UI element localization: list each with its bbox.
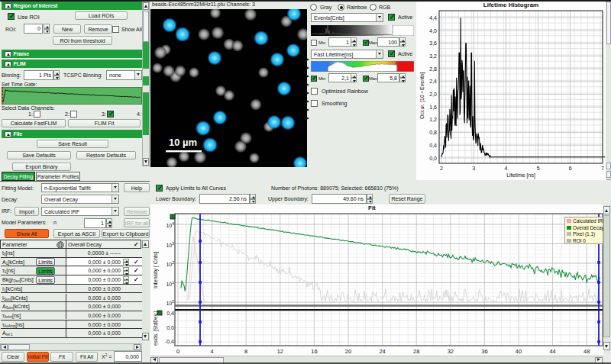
svg-text:10 µm: 10 µm: [169, 137, 197, 148]
